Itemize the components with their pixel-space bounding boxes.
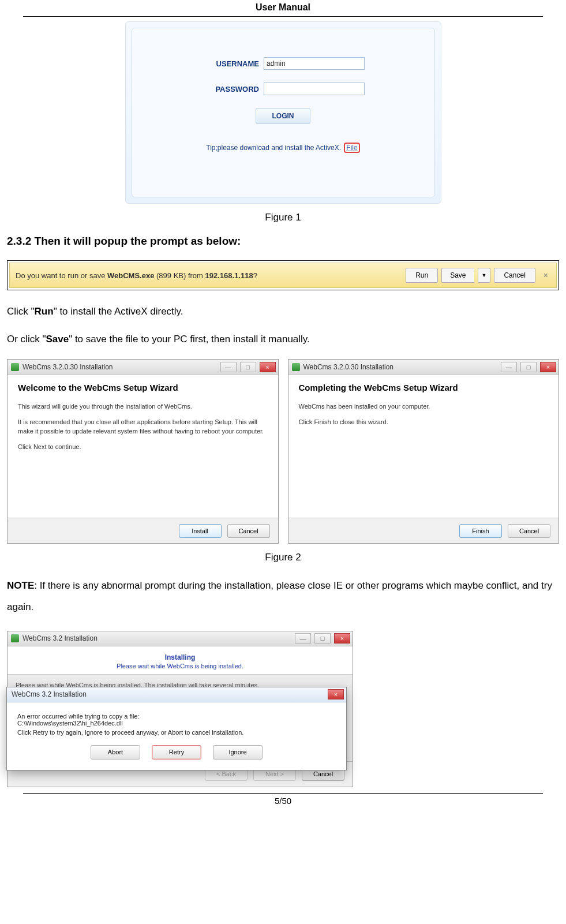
- app-icon: [11, 363, 19, 371]
- installing-header-sub: Please wait while WebCms is being instal…: [8, 663, 353, 669]
- username-input[interactable]: [264, 57, 365, 70]
- maximize-button[interactable]: □: [314, 633, 331, 644]
- login-tip: Tip;please download and install the Acti…: [132, 144, 434, 152]
- wizard-complete-p1: WebCms has been installed on your comput…: [299, 402, 549, 412]
- ie-save-dropdown[interactable]: ▼: [478, 268, 491, 283]
- error-body: An error occurred while trying to copy a…: [7, 702, 346, 740]
- username-label: USERNAME: [201, 59, 259, 68]
- password-label: PASSWORD: [201, 85, 259, 93]
- section-232-heading: 2.3.2 Then it will popup the prompt as b…: [0, 235, 566, 248]
- login-panel: USERNAME PASSWORD LOGIN Tip;please downl…: [125, 21, 441, 204]
- close-button[interactable]: ×: [334, 633, 350, 644]
- minimize-button[interactable]: —: [220, 362, 237, 372]
- error-line3: Click Retry to try again, Ignore to proc…: [17, 729, 336, 736]
- file-link[interactable]: File: [344, 143, 359, 153]
- password-input[interactable]: [264, 83, 365, 95]
- close-button[interactable]: ×: [260, 362, 276, 372]
- wizard-complete-title: WebCms 3.2.0.30 Installation: [303, 363, 498, 371]
- cancel-button[interactable]: Cancel: [508, 524, 550, 538]
- error-close-button[interactable]: ×: [328, 689, 344, 699]
- app-icon: [292, 363, 300, 371]
- wizard-welcome-title: WebCms 3.2.0.30 Installation: [23, 363, 217, 371]
- ie-run-button[interactable]: Run: [406, 268, 438, 283]
- ie-bar-prefix: Do you want to run or save: [16, 271, 107, 280]
- retry-button[interactable]: Retry: [152, 745, 201, 760]
- error-line1: An error occurred while trying to copy a…: [17, 713, 336, 720]
- p-run-pre: Click ": [7, 306, 35, 317]
- maximize-button[interactable]: □: [520, 362, 537, 372]
- minimize-button[interactable]: —: [501, 362, 517, 372]
- installing-title: WebCms 3.2 Installation: [23, 634, 291, 642]
- p-note: NOTE: If there is any abnormal prompt du…: [0, 575, 566, 618]
- ie-bar-filename: WebCMS.exe: [107, 271, 154, 280]
- finish-button[interactable]: Finish: [459, 524, 502, 538]
- wizard-complete: WebCms 3.2.0.30 Installation — □ × Compl…: [288, 359, 560, 544]
- wizard-welcome-p3: Click Next to continue.: [18, 442, 268, 452]
- wizard-welcome-p2: It is recommended that you close all oth…: [18, 417, 268, 436]
- p-run-post: " to install the ActiveX directly.: [54, 306, 183, 317]
- installing-dialog: WebCms 3.2 Installation — □ × Installing…: [7, 631, 353, 787]
- wizard-complete-p2: Click Finish to close this wizard.: [299, 417, 549, 427]
- ie-bar-text: Do you want to run or save WebCMS.exe (8…: [16, 271, 406, 280]
- installing-header: Installing Please wait while WebCms is b…: [8, 646, 353, 675]
- p-save-pre: Or click ": [7, 334, 46, 345]
- ie-save-button[interactable]: Save: [441, 268, 474, 283]
- error-title: WebCms 3.2 Installation: [12, 690, 87, 698]
- app-icon: [11, 634, 19, 642]
- cancel-button[interactable]: Cancel: [227, 524, 270, 538]
- ie-download-bar-wrap: Do you want to run or save WebCMS.exe (8…: [7, 260, 559, 290]
- p-save-post: " to save the file to your PC first, the…: [69, 334, 310, 345]
- error-modal: WebCms 3.2 Installation × An error occur…: [6, 687, 347, 770]
- wizard-welcome-titlebar: WebCms 3.2.0.30 Installation — □ ×: [8, 360, 278, 375]
- minimize-button[interactable]: —: [295, 633, 311, 644]
- login-tip-text: Tip;please download and install the Acti…: [206, 144, 341, 152]
- error-line2: C:\Windows\system32\hi_h264dec.dll: [17, 720, 336, 727]
- maximize-button[interactable]: □: [240, 362, 256, 372]
- p-run-bold: Run: [35, 306, 54, 317]
- ignore-button[interactable]: Ignore: [213, 745, 263, 760]
- ie-bar-suffix: ?: [253, 271, 257, 280]
- wizard-welcome: WebCms 3.2.0.30 Installation — □ × Welco…: [7, 359, 279, 544]
- login-button[interactable]: LOGIN: [256, 108, 310, 124]
- p-click-run: Click "Run" to install the ActiveX direc…: [0, 304, 566, 319]
- figure2-caption: Figure 2: [0, 552, 566, 563]
- ie-download-bar: Do you want to run or save WebCMS.exe (8…: [9, 263, 557, 288]
- abort-button[interactable]: Abort: [91, 745, 140, 760]
- ie-bar-host: 192.168.1.118: [205, 271, 253, 280]
- wizard-welcome-heading: Welcome to the WebCms Setup Wizard: [18, 383, 268, 392]
- figure1-caption: Figure 1: [0, 212, 566, 223]
- p-note-bold: NOTE: [7, 580, 34, 591]
- p-save-bold: Save: [46, 334, 69, 345]
- login-panel-inner: USERNAME PASSWORD LOGIN Tip;please downl…: [132, 28, 435, 197]
- install-button[interactable]: Install: [179, 524, 222, 538]
- ie-bar-size: (899 KB) from: [154, 271, 205, 280]
- ie-close-icon[interactable]: ×: [541, 271, 550, 280]
- wizard-complete-heading: Completing the WebCms Setup Wizard: [299, 383, 549, 392]
- wizard-complete-titlebar: WebCms 3.2.0.30 Installation — □ ×: [288, 360, 559, 375]
- installing-titlebar: WebCms 3.2 Installation — □ ×: [8, 631, 353, 646]
- close-button[interactable]: ×: [540, 362, 556, 372]
- p-note-rest: : If there is any abnormal prompt during…: [7, 580, 552, 612]
- installing-header-title: Installing: [8, 653, 353, 661]
- page-header-title: User Manual: [23, 0, 543, 17]
- error-titlebar: WebCms 3.2 Installation ×: [7, 687, 346, 702]
- ie-cancel-button[interactable]: Cancel: [494, 268, 535, 283]
- p-click-save: Or click "Save" to save the file to your…: [0, 332, 566, 347]
- page-footer: 5/50: [23, 793, 543, 806]
- wizard-welcome-p1: This wizard will guide you through the i…: [18, 402, 268, 412]
